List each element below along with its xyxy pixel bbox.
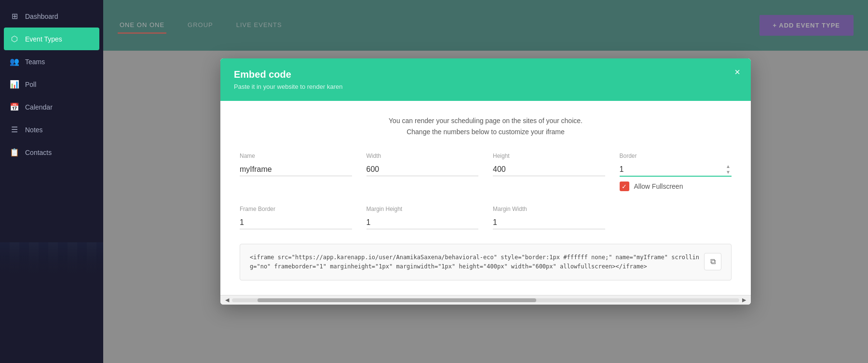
height-label: Height: [493, 153, 605, 159]
sidebar-item-label: Calendar: [25, 103, 53, 111]
form-row-2: Frame Border Margin Height Margin Width: [240, 206, 732, 229]
scroll-left-arrow[interactable]: ◀: [225, 297, 229, 303]
border-decrement-button[interactable]: ▼: [725, 169, 732, 175]
sidebar-item-poll[interactable]: 📊 Poll: [0, 73, 103, 96]
form-row-1: Name Width Height Border: [240, 153, 732, 191]
frame-border-input[interactable]: [240, 216, 352, 229]
name-input[interactable]: [240, 163, 352, 176]
sidebar-item-dashboard[interactable]: ⊞ Dashboard: [0, 5, 103, 28]
copy-icon: ⧉: [710, 257, 716, 266]
modal-close-button[interactable]: ×: [734, 67, 740, 77]
scroll-right-arrow[interactable]: ▶: [742, 297, 746, 303]
sidebar-item-calendar[interactable]: 📅 Calendar: [0, 96, 103, 118]
height-field: Height: [493, 153, 605, 191]
sidebar-bg-gradient: [0, 218, 103, 363]
description-line1: You can render your scheduling page on t…: [240, 115, 732, 127]
border-spinner-buttons: ▲ ▼: [725, 164, 732, 175]
sidebar-item-label: Poll: [25, 81, 36, 88]
sidebar-item-label: Dashboard: [25, 13, 58, 20]
main-area: ONE ON ONE GROUP LIVE EVENTS + ADD EVENT…: [103, 0, 868, 363]
modal-subtitle: Paste it in your website to render karen: [234, 83, 737, 90]
border-increment-button[interactable]: ▲: [725, 164, 732, 169]
width-label: Width: [366, 153, 479, 159]
embed-code-modal: Embed code Paste it in your website to r…: [220, 58, 751, 305]
margin-height-input[interactable]: [366, 216, 479, 229]
allow-fullscreen-checkbox[interactable]: ✓: [620, 182, 629, 191]
margin-height-label: Margin Height: [366, 206, 479, 212]
iframe-code-section: <iframe src="https://app.karenapp.io/use…: [240, 244, 732, 280]
iframe-code-text: <iframe src="https://app.karenapp.io/use…: [250, 253, 699, 271]
frame-border-field: Frame Border: [240, 206, 352, 229]
modal-scrollbar: ◀ ▶: [220, 295, 751, 305]
modal-description: You can render your scheduling page on t…: [240, 115, 732, 139]
name-label: Name: [240, 153, 352, 159]
border-input[interactable]: [620, 163, 725, 176]
margin-width-label: Margin Width: [493, 206, 605, 212]
sidebar-nav: ⊞ Dashboard ⬡ Event Types 👥 Teams 📊 Poll…: [0, 0, 103, 164]
width-field: Width: [366, 153, 479, 191]
margin-width-field: Margin Width: [493, 206, 605, 229]
sidebar-item-teams[interactable]: 👥 Teams: [0, 50, 103, 73]
sidebar-item-label: Notes: [25, 126, 43, 134]
event-types-icon: ⬡: [10, 34, 19, 43]
copy-code-button[interactable]: ⧉: [704, 253, 721, 270]
modal-title: Embed code: [234, 69, 737, 80]
sidebar: ⊞ Dashboard ⬡ Event Types 👥 Teams 📊 Poll…: [0, 0, 103, 363]
placeholder-field: [620, 206, 732, 229]
width-input[interactable]: [366, 163, 479, 176]
frame-border-label: Frame Border: [240, 206, 352, 212]
modal-header: Embed code Paste it in your website to r…: [220, 58, 751, 101]
sidebar-item-notes[interactable]: ☰ Notes: [0, 118, 103, 141]
border-field: Border ▲ ▼ ✓ Allow Fullscreen: [620, 153, 732, 191]
name-field: Name: [240, 153, 352, 191]
border-label: Border: [620, 153, 732, 159]
teams-icon: 👥: [10, 57, 19, 66]
allow-fullscreen-row: ✓ Allow Fullscreen: [620, 182, 732, 191]
allow-fullscreen-label: Allow Fullscreen: [634, 182, 683, 190]
notes-icon: ☰: [10, 125, 19, 134]
scrollbar-thumb[interactable]: [258, 298, 537, 302]
margin-height-field: Margin Height: [366, 206, 479, 229]
sidebar-item-event-types[interactable]: ⬡ Event Types: [4, 28, 99, 50]
sidebar-item-label: Event Types: [25, 35, 62, 43]
scrollbar-track: [232, 298, 739, 302]
dashboard-icon: ⊞: [10, 12, 19, 21]
contacts-icon: 📋: [10, 148, 19, 157]
poll-icon: 📊: [10, 80, 19, 89]
sidebar-item-contacts[interactable]: 📋 Contacts: [0, 141, 103, 164]
sidebar-item-label: Contacts: [25, 149, 52, 156]
margin-width-input[interactable]: [493, 216, 605, 229]
modal-overlay: Embed code Paste it in your website to r…: [103, 0, 868, 363]
border-spinner-wrapper: ▲ ▼: [620, 163, 732, 177]
description-line2: Change the numbers below to customize yo…: [240, 126, 732, 138]
height-input[interactable]: [493, 163, 605, 176]
calendar-icon: 📅: [10, 102, 19, 112]
sidebar-item-label: Teams: [25, 58, 45, 66]
modal-body: You can render your scheduling page on t…: [220, 101, 751, 295]
